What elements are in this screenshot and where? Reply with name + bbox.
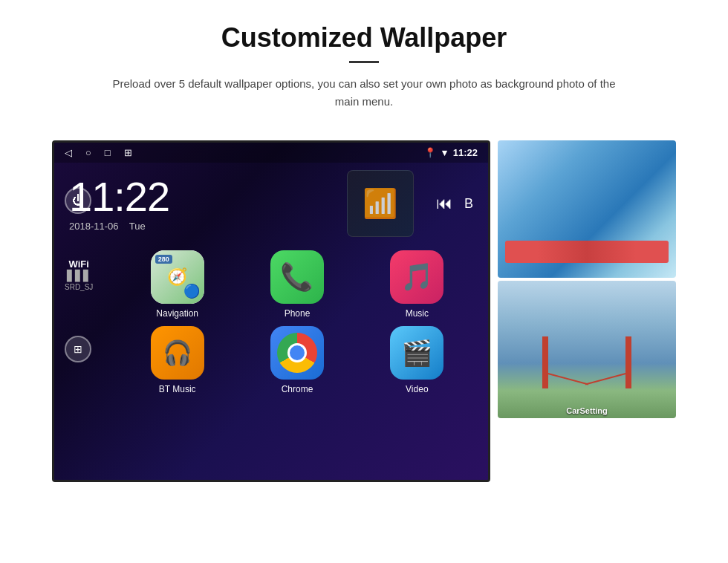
wifi-label: WiFi [69, 258, 89, 270]
back-button[interactable]: ◁ [65, 147, 72, 158]
video-symbol: 🎬 [401, 338, 432, 368]
status-bar: ◁ ○ □ ⊞ 📍 ▾ 11:22 [54, 143, 488, 163]
prev-track-button[interactable]: ⏮ [436, 194, 452, 213]
app-music[interactable]: 🎵 Music [361, 250, 473, 319]
wallpaper-bridge[interactable]: CarSetting [498, 281, 676, 418]
navigation-label: Navigation [156, 308, 198, 319]
wifi-icon: ▾ [442, 147, 447, 158]
ice-overlay [505, 241, 669, 263]
app-phone[interactable]: 📞 Phone [241, 250, 353, 319]
bluetooth-symbol: 🎧 [163, 339, 192, 367]
all-apps-button[interactable]: ⊞ [65, 336, 91, 362]
bridge-cable-right [585, 372, 628, 385]
left-sidebar: ⏻ WiFi ▋▋▋ SRD_SJ ⊞ [65, 187, 93, 362]
main-content: ◁ ○ □ ⊞ 📍 ▾ 11:22 11:22 2018-11-06 [0, 126, 728, 497]
clock-day: Tue [129, 221, 146, 232]
page-wrapper: Customized Wallpaper Preload over 5 defa… [0, 0, 728, 497]
power-button[interactable]: ⏻ [65, 187, 91, 214]
chrome-inner [287, 343, 307, 362]
bridge-structure [527, 336, 646, 396]
android-screen: ◁ ○ □ ⊞ 📍 ▾ 11:22 11:22 2018-11-06 [52, 140, 490, 482]
phone-symbol: 📞 [280, 261, 313, 293]
wifi-ssid: SRD_SJ [65, 283, 93, 291]
nav-buttons: ◁ ○ □ ⊞ [65, 147, 132, 158]
status-right: 📍 ▾ 11:22 [424, 147, 478, 158]
recent-button[interactable]: □ [105, 147, 111, 158]
video-icon: 🎬 [390, 326, 443, 380]
app-video[interactable]: 🎬 Video [361, 326, 473, 394]
chrome-icon [270, 326, 324, 380]
wifi-signal-icon: 📶 [363, 187, 397, 220]
app-bt-music[interactable]: 🎧 BT Music [121, 326, 233, 394]
page-title: Customized Wallpaper [45, 22, 683, 53]
page-description: Preload over 5 default wallpaper options… [104, 75, 624, 111]
header-divider [349, 61, 379, 63]
location-icon: 📍 [424, 147, 436, 158]
music-icon: 🎵 [390, 250, 443, 304]
app-grid: 🧭 280 🔵 Navigation 📞 Phone [77, 243, 488, 402]
app-navigation[interactable]: 🧭 280 🔵 Navigation [121, 250, 233, 319]
navigation-icon: 🧭 280 🔵 [151, 250, 204, 304]
bt-music-label: BT Music [159, 384, 196, 394]
app-chrome[interactable]: Chrome [241, 326, 353, 394]
wifi-info: WiFi ▋▋▋ SRD_SJ [65, 258, 93, 291]
wallpaper-thumbnails: CarSetting [498, 140, 676, 418]
chrome-circle [277, 333, 317, 373]
screenshot-button[interactable]: ⊞ [124, 147, 132, 158]
clock-area: 11:22 2018-11-06 Tue 📶 ⏮ B [54, 163, 488, 243]
status-time: 11:22 [453, 147, 478, 158]
wallpaper-ice[interactable] [498, 140, 676, 278]
track-label: B [464, 196, 473, 212]
chrome-label: Chrome [282, 384, 313, 394]
page-header: Customized Wallpaper Preload over 5 defa… [0, 0, 728, 126]
phone-label: Phone [285, 308, 311, 319]
bridge-cable-left [545, 372, 588, 385]
clock-right: 📶 ⏮ B [347, 170, 473, 237]
bt-music-icon: 🎧 [151, 326, 204, 380]
wifi-signal-bars: ▋▋▋ [67, 270, 91, 282]
home-button[interactable]: ○ [85, 147, 91, 158]
video-label: Video [406, 384, 428, 394]
bridge-tower-left [542, 336, 548, 388]
music-symbol: 🎵 [400, 261, 434, 293]
phone-icon: 📞 [270, 250, 324, 304]
nav-arrow-icon: 🔵 [183, 283, 200, 299]
bridge-tower-right [625, 336, 631, 388]
music-label: Music [406, 308, 429, 319]
media-icon-box: 📶 [347, 170, 414, 237]
carsetting-label: CarSetting [498, 406, 676, 415]
nav-badge: 280 [155, 255, 172, 264]
media-controls: ⏮ B [436, 194, 473, 213]
